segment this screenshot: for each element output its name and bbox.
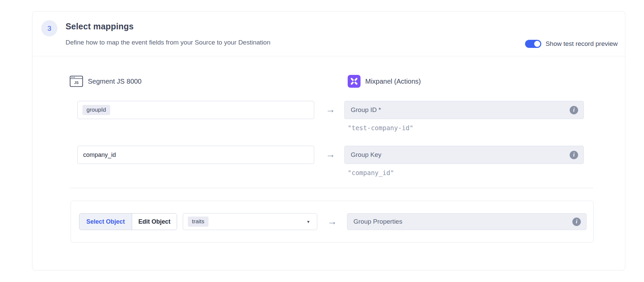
destination-name: Mixpanel (Actions) [365, 78, 421, 85]
toggle-knob [534, 41, 540, 47]
source-field-groupid[interactable]: groupId [77, 101, 314, 119]
header-divider [32, 56, 625, 56]
dest-field-label: Group ID * [351, 106, 381, 114]
mapping-arrow-icon: → [326, 150, 335, 159]
test-preview-value: "test-company-id" [348, 124, 413, 132]
step-number-badge: 3 [41, 20, 57, 36]
dest-field-label: Group Properties [353, 218, 402, 225]
object-mapping-box: Select Object Edit Object traits ▾ → Gro… [71, 201, 594, 243]
show-test-record-toggle[interactable] [525, 40, 541, 48]
page-subtitle: Define how to map the event fields from … [66, 39, 270, 46]
object-mode-button-group: Select Object Edit Object [79, 213, 177, 230]
dropdown-value-chip: traits [188, 217, 208, 227]
section-divider [70, 188, 593, 188]
chevron-down-icon: ▾ [307, 219, 309, 224]
edit-object-button[interactable]: Edit Object [132, 214, 177, 230]
info-icon[interactable]: i [570, 106, 578, 114]
dest-field-group-id: Group ID * i [344, 101, 584, 119]
mixpanel-icon [348, 75, 361, 88]
browser-js-icon: JS [70, 75, 83, 88]
source-field-company-id [77, 146, 314, 164]
source-column-header: JS Segment JS 8000 [70, 75, 142, 88]
dest-field-label: Group Key [351, 151, 381, 159]
source-name: Segment JS 8000 [88, 78, 142, 85]
object-source-dropdown[interactable]: traits ▾ [183, 213, 317, 230]
test-preview-value: "company_id" [348, 169, 394, 176]
source-field-input[interactable] [82, 151, 302, 159]
test-record-preview-control: Show test record preview [525, 40, 618, 48]
page-title: Select mappings [66, 22, 134, 31]
info-icon[interactable]: i [570, 151, 578, 159]
mapping-arrow-icon: → [326, 105, 335, 114]
toggle-label: Show test record preview [546, 40, 618, 48]
source-token-chip[interactable]: groupId [82, 105, 110, 115]
destination-column-header: Mixpanel (Actions) [348, 75, 421, 88]
svg-text:JS: JS [74, 81, 79, 85]
dest-field-group-properties: Group Properties i [347, 213, 587, 230]
select-mappings-card: 3 Select mappings Define how to map the … [32, 11, 625, 271]
dest-field-group-key: Group Key i [344, 146, 584, 164]
mapping-arrow-icon: → [327, 217, 337, 226]
info-icon[interactable]: i [572, 218, 581, 226]
select-object-button[interactable]: Select Object [79, 214, 132, 230]
